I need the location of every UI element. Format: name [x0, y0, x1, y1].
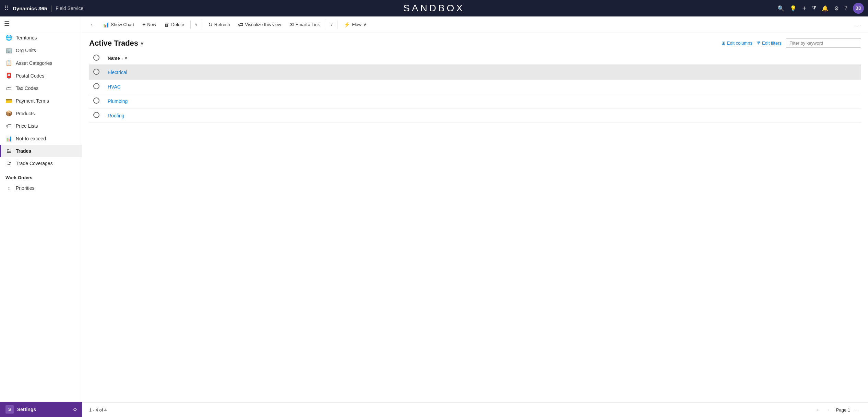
row-select-cell	[89, 65, 104, 80]
sidebar-item-tax-codes[interactable]: 🗃 Tax Codes	[0, 82, 82, 94]
delete-chevron-icon[interactable]: ∨	[193, 21, 199, 28]
sidebar-item-asset-categories[interactable]: 📋 Asset Categories	[0, 57, 82, 69]
sidebar-label-territories: Territories	[16, 35, 37, 40]
trades-icon: 🗂	[5, 148, 12, 154]
toolbar-separator-2	[202, 21, 202, 29]
sort-chevron-icon[interactable]: ∨	[124, 56, 127, 60]
trade-coverages-icon: 🗂	[5, 160, 12, 166]
sidebar-label-payment-terms: Payment Terms	[16, 98, 49, 104]
sidebar-item-not-to-exceed[interactable]: 📊 Not-to-exceed	[0, 132, 82, 145]
table-area: Name ↑ ∨ ElectricalHVACPlumbingRoofing	[82, 52, 868, 402]
select-all-radio[interactable]	[93, 55, 99, 61]
hamburger-icon[interactable]: ☰	[4, 20, 10, 27]
view-title-wrap: Active Trades ∨	[89, 39, 144, 48]
sidebar-item-price-lists[interactable]: 🏷 Price Lists	[0, 120, 82, 132]
delete-label: Delete	[171, 22, 184, 27]
show-chart-button[interactable]: 📊 Show Chart	[99, 20, 138, 30]
email-link-button[interactable]: ✉ Email a Link	[286, 20, 323, 30]
row-name-cell: Roofing	[104, 108, 861, 123]
record-count: 1 - 4 of 4	[89, 407, 107, 413]
sidebar-item-payment-terms[interactable]: 💳 Payment Terms	[0, 94, 82, 107]
email-chevron-icon[interactable]: ∨	[329, 21, 334, 28]
sidebar-item-products[interactable]: 📦 Products	[0, 107, 82, 120]
view-title-chevron-icon[interactable]: ∨	[140, 40, 144, 46]
trade-name-link[interactable]: Plumbing	[108, 99, 128, 104]
sort-ascending-icon: ↑	[121, 56, 123, 60]
row-radio[interactable]	[93, 69, 99, 75]
sidebar-settings-label: Settings	[17, 407, 36, 412]
view-header: Active Trades ∨ ⊞ Edit columns ⧩ Edit fi…	[82, 33, 868, 52]
sidebar-label-postal-codes: Postal Codes	[16, 73, 44, 79]
edit-filters-button[interactable]: ⧩ Edit filters	[757, 40, 782, 46]
sidebar-label-trades: Trades	[16, 148, 31, 154]
price-lists-icon: 🏷	[5, 123, 12, 129]
add-icon[interactable]: +	[802, 4, 806, 12]
next-page-button[interactable]: →	[853, 406, 861, 414]
territories-icon: 🌐	[5, 34, 12, 41]
flow-button[interactable]: ⚡ Flow ∨	[340, 20, 370, 30]
row-name-cell: Electrical	[104, 65, 861, 80]
flow-label: Flow	[352, 22, 361, 27]
trade-name-link[interactable]: Electrical	[108, 70, 127, 75]
sidebar-item-trades[interactable]: 🗂 Trades	[0, 145, 82, 157]
sidebar-label-trade-coverages: Trade Coverages	[16, 161, 53, 166]
search-icon[interactable]: 🔍	[777, 5, 784, 12]
notification-icon[interactable]: 🔔	[822, 5, 829, 12]
help-icon[interactable]: ?	[844, 5, 847, 11]
name-column-label: Name	[108, 56, 120, 61]
sidebar-settings[interactable]: S Settings ◇	[0, 402, 82, 417]
table-row: Plumbing	[89, 94, 861, 108]
back-button[interactable]: ←	[86, 20, 98, 29]
first-page-button[interactable]: ⇤	[815, 406, 822, 414]
settings-icon[interactable]: ⚙	[834, 5, 839, 12]
visualize-button[interactable]: 🏷 Visualize this view	[235, 20, 284, 29]
sidebar-item-territories[interactable]: 🌐 Territories	[0, 31, 82, 44]
products-icon: 📦	[5, 110, 12, 117]
row-radio[interactable]	[93, 112, 99, 118]
sidebar-item-org-units[interactable]: 🏢 Org Units	[0, 44, 82, 57]
flow-icon: ⚡	[344, 22, 350, 28]
chart-icon: 📊	[103, 22, 109, 28]
lightbulb-icon[interactable]: 💡	[790, 5, 797, 12]
table-row: Roofing	[89, 108, 861, 123]
toolbar: ← 📊 Show Chart + New 🗑 Delete ∨ ↻ Refres…	[82, 16, 868, 33]
module-name: Field Service	[56, 5, 83, 11]
sidebar-label-asset-categories: Asset Categories	[16, 60, 52, 66]
new-button[interactable]: + New	[139, 20, 159, 30]
sidebar: ☰ 🌐 Territories 🏢 Org Units 📋 Asset Cate…	[0, 16, 82, 417]
priorities-icon: ↕	[5, 185, 12, 191]
refresh-button[interactable]: ↻ Refresh	[205, 20, 234, 30]
sidebar-top: ☰	[0, 16, 82, 31]
name-column-header[interactable]: Name ↑ ∨	[104, 52, 861, 65]
waffle-menu-icon[interactable]: ⠿	[4, 4, 9, 12]
trade-name-link[interactable]: Roofing	[108, 113, 124, 118]
delete-button[interactable]: 🗑 Delete	[161, 20, 188, 29]
sidebar-item-priorities[interactable]: ↕ Priorities	[0, 182, 82, 194]
avatar[interactable]: BD	[853, 3, 864, 14]
filter-icon[interactable]: ⧩	[812, 5, 816, 11]
toolbar-separator-1	[190, 21, 191, 29]
sidebar-item-trade-coverages[interactable]: 🗂 Trade Coverages	[0, 157, 82, 170]
visualize-icon: 🏷	[238, 22, 243, 27]
row-name-cell: Plumbing	[104, 94, 861, 108]
sidebar-label-priorities: Priorities	[16, 185, 34, 191]
page-label: Page 1	[836, 407, 850, 413]
filter-keyword-input[interactable]	[786, 38, 861, 48]
row-select-cell	[89, 108, 104, 123]
table-header-row: Name ↑ ∨	[89, 52, 861, 65]
trade-name-link[interactable]: HVAC	[108, 84, 121, 90]
sidebar-label-tax-codes: Tax Codes	[16, 85, 38, 91]
content-area: ← 📊 Show Chart + New 🗑 Delete ∨ ↻ Refres…	[82, 16, 868, 417]
refresh-label: Refresh	[214, 22, 230, 27]
more-options-icon[interactable]: ⋯	[852, 20, 864, 30]
show-chart-label: Show Chart	[111, 22, 134, 27]
edit-columns-button[interactable]: ⊞ Edit columns	[722, 40, 752, 46]
row-radio[interactable]	[93, 97, 99, 104]
prev-page-button[interactable]: ←	[825, 406, 833, 414]
row-radio[interactable]	[93, 83, 99, 89]
nav-action-group: 🔍 💡 + ⧩ 🔔 ⚙ ? BD	[777, 3, 864, 14]
sidebar-item-postal-codes[interactable]: 📮 Postal Codes	[0, 69, 82, 82]
email-icon: ✉	[289, 22, 294, 28]
filters-icon: ⧩	[757, 40, 760, 46]
tax-codes-icon: 🗃	[5, 85, 12, 91]
